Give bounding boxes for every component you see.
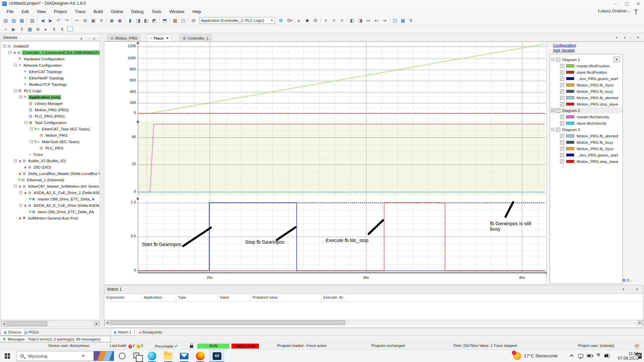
checkbox[interactable] bbox=[560, 153, 564, 157]
corner-button[interactable]: ▦ D... bbox=[622, 278, 632, 282]
maximize-button[interactable]: ▢ bbox=[621, 0, 633, 7]
undo-icon[interactable]: ↶ bbox=[56, 17, 62, 23]
scroll-thumb[interactable] bbox=[110, 320, 345, 325]
tree-item[interactable]: ↻ master (SM_Drive_ETC_Delta_A bbox=[1, 196, 100, 202]
separator[interactable] bbox=[125, 17, 125, 23]
scroll-left-icon[interactable]: ◀ bbox=[104, 320, 110, 325]
tree-item[interactable]: Motion_PRG (PRG) bbox=[1, 107, 100, 113]
cut-icon[interactable]: ✂ bbox=[74, 17, 80, 23]
mail-icon[interactable] bbox=[180, 353, 189, 359]
forward-icon[interactable]: ▶ bbox=[48, 17, 54, 23]
watch-column-header[interactable]: Type bbox=[176, 294, 218, 301]
tree-item[interactable]: − Untitled3 bbox=[1, 43, 100, 49]
panel-menu-icon[interactable]: ▾ bbox=[80, 37, 82, 41]
task-view-button[interactable] bbox=[133, 353, 139, 358]
tree-item[interactable]: ↻ slave (SM_Drive_ETC_Delta_AS bbox=[1, 208, 100, 215]
legend-row[interactable]: Motion_PRG.fb_busy bbox=[550, 139, 623, 145]
expand-icon[interactable]: − bbox=[14, 64, 17, 67]
save-icon[interactable]: ▦ bbox=[19, 17, 25, 23]
weather-icon[interactable] bbox=[513, 352, 521, 360]
tab-breakpoints[interactable]: ● Breakpoints bbox=[136, 329, 165, 336]
separator[interactable] bbox=[188, 17, 189, 23]
separator[interactable] bbox=[106, 17, 107, 23]
close-icon[interactable]: ✕ bbox=[637, 36, 639, 39]
checkbox[interactable] bbox=[560, 147, 564, 151]
tree-item[interactable]: PLC_PRG (PRG) bbox=[1, 113, 100, 119]
tab-devices[interactable]: ▦ Devices bbox=[1, 329, 24, 336]
dock-menu-icon[interactable]: ▾ bbox=[624, 36, 626, 39]
pin-icon[interactable]: ▫ bbox=[630, 36, 631, 39]
scroll-left-icon[interactable]: ◀ bbox=[1, 321, 7, 326]
separator[interactable] bbox=[294, 17, 294, 23]
build-icon[interactable]: ⚙ bbox=[312, 17, 318, 23]
panel-menu-icon[interactable]: ▾ bbox=[623, 287, 624, 291]
back-icon[interactable]: ◀ bbox=[40, 17, 46, 23]
checkbox[interactable] bbox=[560, 115, 564, 119]
tree-item[interactable]: Hardware Configuration bbox=[1, 56, 100, 62]
copy-view-icon[interactable]: ⬒ bbox=[162, 17, 168, 23]
checkbox[interactable] bbox=[560, 102, 564, 106]
checkbox[interactable] bbox=[560, 140, 564, 144]
legend-row[interactable]: master.fActPosition bbox=[550, 63, 623, 69]
tree-item[interactable]: − Network Configuration bbox=[1, 62, 100, 68]
legend-row[interactable]: Motion_PRG.stop_slave bbox=[550, 158, 623, 165]
diadesigner-taskbar-icon[interactable]: AX bbox=[209, 350, 224, 362]
trace-chart-icon[interactable]: ≈ bbox=[3, 26, 9, 32]
trace-zoom-icon[interactable]: ⊕ bbox=[35, 26, 41, 32]
watch-column-header[interactable]: Execution point bbox=[321, 294, 337, 301]
pin-icon[interactable]: ▫ bbox=[88, 37, 89, 41]
expand-icon[interactable]: − bbox=[14, 89, 17, 92]
panel-splitter[interactable] bbox=[101, 33, 103, 328]
legend-row[interactable]: Diagram 3 bbox=[550, 126, 623, 133]
step-into-icon[interactable]: ≡ bbox=[331, 17, 337, 23]
start-button[interactable] bbox=[5, 353, 10, 359]
legend-row[interactable]: ...tion_PRG.gearin_start bbox=[550, 75, 623, 82]
expand-icon[interactable] bbox=[551, 128, 554, 131]
expand-icon[interactable]: − bbox=[30, 127, 33, 130]
watch-column-header[interactable]: Ac bbox=[337, 294, 346, 301]
add-variable-link[interactable]: Add Variable bbox=[553, 48, 575, 52]
watch-column-header[interactable]: Value bbox=[218, 294, 251, 301]
messages-tab[interactable]: ≣ Messages - Total 0 error(s), 0 warning… bbox=[0, 336, 111, 342]
tree-item[interactable]: − ↻ MainTask (IEC-Tasks) bbox=[1, 138, 100, 145]
checkbox[interactable] bbox=[556, 128, 560, 132]
legend-row[interactable]: Motion_PRG.fb_busy bbox=[550, 88, 623, 95]
menu-item[interactable]: Window bbox=[166, 8, 187, 15]
menu-item[interactable]: Project bbox=[51, 8, 70, 15]
separator[interactable] bbox=[159, 17, 160, 23]
legend-row[interactable]: Diagram 1 bbox=[550, 56, 623, 63]
hidden-icons-chevron[interactable] bbox=[570, 354, 573, 358]
tree-item[interactable]: Trace bbox=[1, 151, 100, 158]
tree-item[interactable]: PLC_PRG bbox=[1, 145, 100, 151]
tree-item[interactable]: ▲ SoftMotion General Axis Pool bbox=[1, 215, 100, 221]
find-replace-icon[interactable]: ◉ bbox=[117, 17, 123, 23]
menu-item[interactable]: Build bbox=[90, 8, 106, 15]
diagram-dropdown-icon[interactable]: ▼ bbox=[613, 57, 620, 62]
menu-item[interactable]: Tools bbox=[148, 8, 165, 15]
trace-pause-icon[interactable]: ‖ bbox=[19, 26, 25, 32]
logout-icon[interactable]: ⚙ bbox=[286, 17, 292, 23]
find-icon[interactable]: ◉ bbox=[109, 17, 115, 23]
current-user[interactable]: Łukasz.Grobner ▾ bbox=[598, 9, 629, 13]
step-over-icon[interactable]: ≡ bbox=[323, 17, 329, 23]
expand-icon[interactable]: − bbox=[14, 185, 17, 188]
menu-item[interactable]: File bbox=[3, 8, 17, 15]
tree-item[interactable]: − ▲ BuiltIn_IO (BuiltIn_IO) bbox=[1, 158, 100, 164]
checkbox[interactable] bbox=[560, 160, 564, 164]
weather-text[interactable]: 17°C Słonecznie bbox=[524, 353, 557, 358]
flow-control-icon[interactable]: ↯ bbox=[408, 17, 414, 23]
new-file-icon[interactable]: ▤ bbox=[3, 17, 9, 23]
devices-hscrollbar[interactable]: ◀ ▶ bbox=[1, 321, 100, 326]
menu-item[interactable]: Edit bbox=[18, 8, 32, 15]
separator[interactable] bbox=[37, 17, 38, 23]
tree-item[interactable]: − ▲ EtherCAT_Master_SoftMotion (AX Serie… bbox=[1, 183, 100, 189]
trace-cursor-icon[interactable]: ▸ bbox=[43, 26, 49, 32]
expand-icon[interactable]: − bbox=[14, 159, 17, 162]
legend-row[interactable]: Motion_PRG.fb_aborted bbox=[550, 133, 623, 139]
tree-item[interactable]: ↻ Ethernet_1 (Ethernet) bbox=[1, 177, 100, 183]
expand-icon[interactable]: − bbox=[19, 191, 22, 194]
tree-item[interactable]: − ▲ ASDA_A2_E_CoE_Drive (Delta ASDA- bbox=[1, 202, 100, 208]
wifi-icon[interactable] bbox=[596, 354, 602, 358]
cortana-button[interactable] bbox=[119, 353, 125, 359]
tree-item[interactable]: − ▲ Controller_1 [connected] (AX-308EA0M… bbox=[1, 49, 100, 56]
